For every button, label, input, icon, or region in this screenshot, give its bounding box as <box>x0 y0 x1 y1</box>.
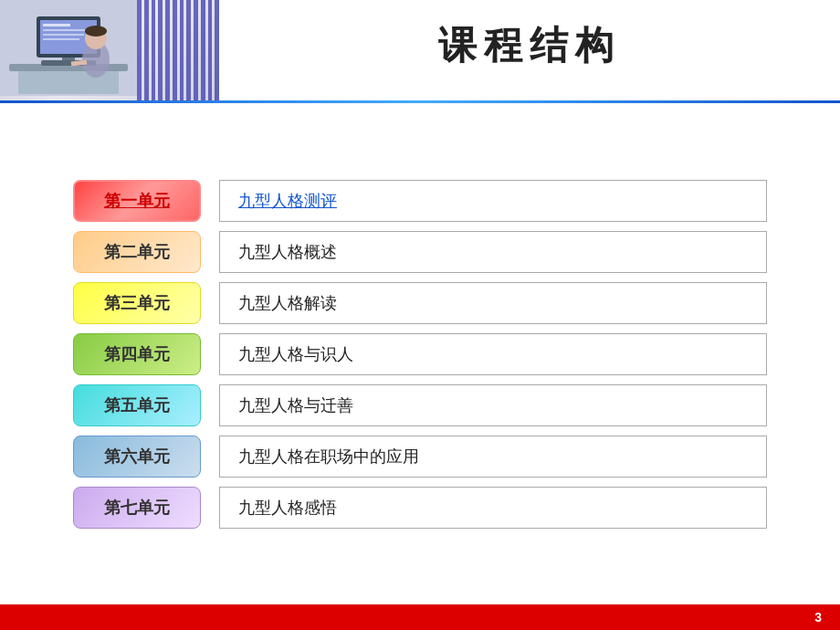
unit-row: 第一单元九型人格测评 <box>73 180 767 222</box>
svg-point-13 <box>85 26 107 37</box>
header-image <box>0 0 219 100</box>
unit-content-unit4: 九型人格与识人 <box>219 333 767 375</box>
unit-label-unit3[interactable]: 第三单元 <box>73 282 201 324</box>
stripe <box>158 0 163 100</box>
unit-label-unit4[interactable]: 第四单元 <box>73 333 201 375</box>
unit-label-unit1[interactable]: 第一单元 <box>73 180 201 222</box>
main-content: 第一单元九型人格测评第二单元九型人格概述第三单元九型人格解读第四单元九型人格与识… <box>0 103 840 604</box>
unit-row: 第六单元九型人格在职场中的应用 <box>73 436 767 478</box>
unit-row: 第二单元九型人格概述 <box>73 231 767 273</box>
header-bg <box>0 0 219 100</box>
unit-row: 第七单元九型人格感悟 <box>73 487 767 529</box>
unit-label-unit6[interactable]: 第六单元 <box>73 436 201 478</box>
stripe <box>173 0 177 100</box>
unit-row: 第四单元九型人格与识人 <box>73 333 767 375</box>
svg-rect-2 <box>18 71 119 94</box>
unit-content-unit7: 九型人格感悟 <box>219 487 767 529</box>
unit-content-unit1[interactable]: 九型人格测评 <box>219 180 767 222</box>
stripe <box>165 0 170 100</box>
stripe <box>186 0 191 100</box>
svg-rect-6 <box>43 24 70 26</box>
unit-content-unit3: 九型人格解读 <box>219 282 767 324</box>
page-title: 课程结构 <box>438 20 621 71</box>
svg-rect-8 <box>43 34 84 36</box>
stripe <box>144 0 149 100</box>
svg-line-14 <box>71 62 87 64</box>
svg-rect-7 <box>43 29 89 31</box>
header: 课程结构 <box>0 0 840 100</box>
unit-row: 第三单元九型人格解读 <box>73 282 767 324</box>
stripe <box>152 0 156 100</box>
header-stripes <box>137 0 219 100</box>
unit-label-unit2[interactable]: 第二单元 <box>73 231 201 273</box>
stripe <box>194 0 198 100</box>
stripe <box>208 0 213 100</box>
unit-label-unit5[interactable]: 第五单元 <box>73 384 201 426</box>
unit-content-unit2: 九型人格概述 <box>219 231 767 273</box>
header-title-area: 课程结构 <box>219 0 840 100</box>
unit-content-unit5: 九型人格与迁善 <box>219 384 767 426</box>
unit-row: 第五单元九型人格与迁善 <box>73 384 767 426</box>
footer: 3 <box>0 604 840 630</box>
stripe <box>215 0 219 100</box>
stripe <box>201 0 205 100</box>
stripe <box>137 0 142 100</box>
slide: 课程结构 第一单元九型人格测评第二单元九型人格概述第三单元九型人格解读第四单元九… <box>0 0 840 630</box>
computer-illustration <box>0 0 137 96</box>
unit-label-unit7[interactable]: 第七单元 <box>73 487 201 529</box>
page-number: 3 <box>814 610 822 625</box>
stripe <box>180 0 184 100</box>
unit-content-unit6: 九型人格在职场中的应用 <box>219 436 767 478</box>
svg-rect-9 <box>43 38 79 40</box>
